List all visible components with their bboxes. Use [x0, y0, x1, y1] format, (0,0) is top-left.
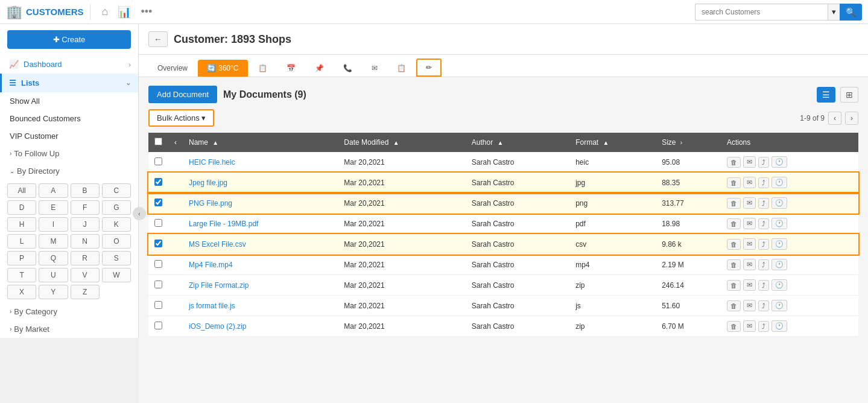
- row-5-email-icon[interactable]: ✉: [743, 238, 756, 250]
- row-4-email-icon[interactable]: ✉: [743, 218, 756, 229]
- tab-5[interactable]: 📌: [306, 60, 333, 77]
- pagination-prev[interactable]: ‹: [828, 112, 841, 125]
- pagination-next[interactable]: ›: [845, 112, 858, 125]
- home-icon[interactable]: ⌂: [100, 3, 111, 21]
- row-7-name-link[interactable]: Zip File Format.zip: [189, 281, 249, 290]
- sidebar-item-to-follow-up[interactable]: › To Follow Up: [0, 145, 138, 162]
- dir-btn-x[interactable]: X: [7, 285, 36, 299]
- tab-360[interactable]: 🔄 360°C: [198, 60, 248, 77]
- row-8-history-icon[interactable]: 🕐: [771, 300, 787, 311]
- row-2-checkbox[interactable]: [154, 178, 162, 186]
- tab-8[interactable]: 📋: [388, 60, 415, 77]
- row-8-email-icon[interactable]: ✉: [743, 300, 756, 311]
- dir-btn-g[interactable]: G: [102, 200, 131, 215]
- sidebar-item-bounced-customers[interactable]: Bounced Customers: [0, 110, 138, 127]
- dir-btn-i[interactable]: I: [39, 217, 68, 232]
- dir-btn-m[interactable]: M: [39, 234, 68, 249]
- row-6-name-link[interactable]: Mp4 File.mp4: [189, 261, 233, 269]
- sidebar-item-show-all[interactable]: Show All: [0, 92, 138, 110]
- row-2-share-icon[interactable]: ⤴: [758, 177, 769, 188]
- dir-btn-y[interactable]: Y: [39, 285, 68, 299]
- row-8-name-link[interactable]: js format file.js: [189, 302, 235, 310]
- row-9-delete-icon[interactable]: 🗑: [727, 321, 741, 332]
- back-button[interactable]: ←: [148, 31, 168, 47]
- dir-btn-b[interactable]: B: [71, 183, 100, 198]
- row-5-checkbox[interactable]: [154, 240, 162, 247]
- row-1-email-icon[interactable]: ✉: [743, 156, 756, 168]
- dir-btn-f[interactable]: F: [71, 200, 100, 215]
- dir-btn-p[interactable]: P: [7, 251, 36, 265]
- dir-btn-h[interactable]: H: [7, 217, 36, 232]
- sidebar-collapse-handle[interactable]: ‹: [133, 207, 146, 220]
- row-3-history-icon[interactable]: 🕐: [771, 197, 787, 209]
- row-9-name-link[interactable]: iOS_Demo (2).zip: [189, 322, 246, 331]
- tab-documents[interactable]: ✏: [416, 59, 442, 77]
- dir-btn-n[interactable]: N: [71, 234, 100, 249]
- row-3-email-icon[interactable]: ✉: [743, 197, 756, 209]
- row-4-history-icon[interactable]: 🕐: [771, 218, 787, 229]
- row-6-email-icon[interactable]: ✉: [743, 259, 756, 270]
- dir-btn-j[interactable]: J: [71, 217, 100, 232]
- row-7-share-icon[interactable]: ⤴: [758, 280, 769, 291]
- create-button[interactable]: ✚ Create: [7, 30, 131, 49]
- bulk-actions-button[interactable]: Bulk Actions ▾: [148, 109, 214, 127]
- row-1-checkbox[interactable]: [154, 157, 162, 165]
- search-input[interactable]: [695, 4, 828, 21]
- dir-btn-e[interactable]: E: [39, 200, 68, 215]
- row-8-share-icon[interactable]: ⤴: [758, 300, 769, 311]
- dir-btn-o[interactable]: O: [102, 234, 131, 249]
- row-6-history-icon[interactable]: 🕐: [771, 259, 787, 270]
- dir-btn-q[interactable]: Q: [39, 251, 68, 265]
- search-button[interactable]: 🔍: [840, 4, 862, 21]
- tab-overview[interactable]: Overview: [148, 60, 197, 77]
- th-date[interactable]: Date Modified ▲: [338, 133, 465, 152]
- dir-btn-w[interactable]: W: [102, 268, 131, 282]
- row-4-checkbox[interactable]: [154, 219, 162, 227]
- row-4-share-icon[interactable]: ⤴: [758, 218, 769, 229]
- row-2-email-icon[interactable]: ✉: [743, 177, 756, 188]
- row-6-checkbox[interactable]: [154, 260, 162, 268]
- list-view-button[interactable]: ☰: [817, 87, 835, 103]
- dir-btn-u[interactable]: U: [39, 268, 68, 282]
- row-4-name-link[interactable]: Large File - 19MB.pdf: [189, 220, 258, 228]
- th-format[interactable]: Format ▲: [569, 133, 656, 152]
- row-3-share-icon[interactable]: ⤴: [758, 198, 769, 209]
- search-dropdown[interactable]: ▾: [828, 4, 840, 21]
- dir-btn-all[interactable]: All: [7, 183, 36, 198]
- row-9-email-icon[interactable]: ✉: [743, 320, 756, 332]
- row-9-share-icon[interactable]: ⤴: [758, 321, 769, 332]
- row-2-history-icon[interactable]: 🕐: [771, 177, 787, 188]
- sidebar-item-dashboard[interactable]: 📈 Dashboard ›: [0, 55, 138, 74]
- row-3-checkbox[interactable]: [154, 198, 162, 206]
- dir-btn-c[interactable]: C: [102, 183, 131, 198]
- dir-btn-a[interactable]: A: [39, 183, 68, 198]
- dir-btn-t[interactable]: T: [7, 268, 36, 282]
- row-5-history-icon[interactable]: 🕐: [771, 238, 787, 250]
- row-7-email-icon[interactable]: ✉: [743, 279, 756, 291]
- row-9-history-icon[interactable]: 🕐: [771, 320, 787, 332]
- row-5-delete-icon[interactable]: 🗑: [727, 239, 741, 250]
- sidebar-item-by-category[interactable]: › By Category: [0, 303, 138, 320]
- sidebar-item-vip-customer[interactable]: VIP Customer: [0, 127, 138, 145]
- dir-btn-d[interactable]: D: [7, 200, 36, 215]
- th-name[interactable]: Name ▲: [183, 133, 338, 152]
- row-1-name-link[interactable]: HEIC File.heic: [189, 158, 235, 167]
- row-1-delete-icon[interactable]: 🗑: [727, 157, 741, 168]
- row-2-name-link[interactable]: Jpeg file.jpg: [189, 179, 227, 187]
- dir-btn-v[interactable]: V: [71, 268, 100, 282]
- row-1-share-icon[interactable]: ⤴: [758, 157, 769, 168]
- row-7-delete-icon[interactable]: 🗑: [727, 280, 741, 291]
- tab-4[interactable]: 📅: [277, 60, 305, 77]
- row-5-share-icon[interactable]: ⤴: [758, 239, 769, 250]
- row-9-checkbox[interactable]: [154, 322, 162, 329]
- grid-view-button[interactable]: ⊞: [840, 87, 858, 103]
- row-6-share-icon[interactable]: ⤴: [758, 259, 769, 270]
- th-author[interactable]: Author ▲: [466, 133, 569, 152]
- row-7-checkbox[interactable]: [154, 281, 162, 288]
- tab-3[interactable]: 📋: [249, 60, 276, 77]
- tab-6[interactable]: 📞: [334, 60, 361, 77]
- row-3-delete-icon[interactable]: 🗑: [727, 198, 741, 209]
- row-2-delete-icon[interactable]: 🗑: [727, 177, 741, 188]
- th-size[interactable]: Size ›: [656, 133, 721, 152]
- tab-7[interactable]: ✉: [363, 60, 387, 77]
